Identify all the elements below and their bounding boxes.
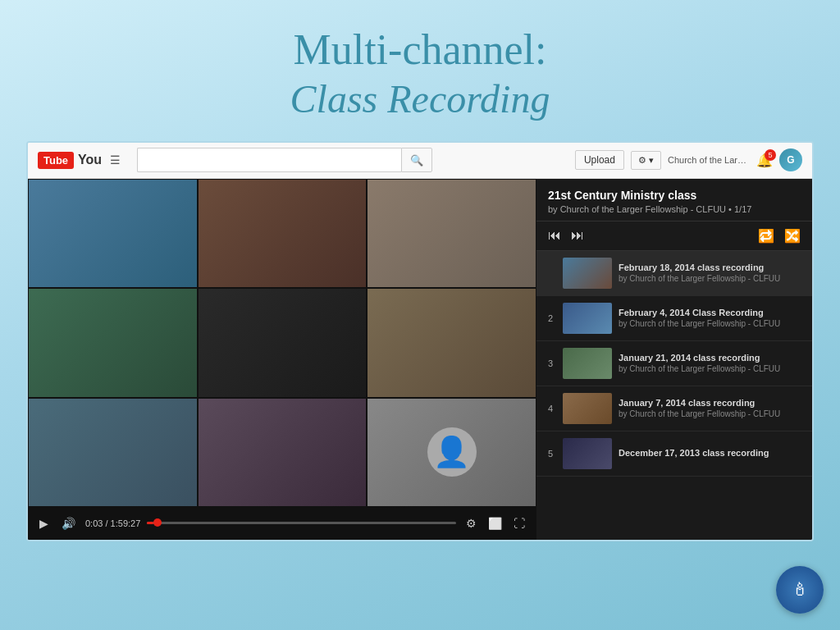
settings-ctrl-button[interactable]: ⚙ — [463, 515, 480, 532]
upload-button[interactable]: Upload — [575, 150, 624, 170]
progress-dot — [153, 518, 162, 527]
sub-title: Class Recording — [290, 75, 550, 123]
search-button[interactable]: 🔍 — [401, 148, 432, 172]
participant-7 — [28, 398, 198, 507]
search-bar: 🔍 — [137, 148, 432, 172]
volume-button[interactable]: 🔊 — [58, 515, 79, 532]
playlist-next-button[interactable]: ⏭ — [571, 228, 584, 243]
playlist-loop-button[interactable]: 🔁 — [758, 228, 774, 244]
settings-button[interactable]: ⚙ ▾ — [631, 151, 661, 170]
uu-logo-icon: 🕯 — [791, 579, 809, 600]
play-button[interactable]: ▶ — [36, 515, 52, 532]
main-title: Multi-channel: — [290, 25, 550, 75]
time-display: 0:03 / 1:59:27 — [85, 518, 140, 528]
item-num-4: 4 — [545, 404, 556, 413]
item-num-3: 3 — [545, 358, 556, 368]
play-indicator-icon: ▶ — [545, 267, 556, 278]
progress-fill — [147, 522, 153, 524]
avatar[interactable]: G — [779, 148, 802, 171]
progress-bar[interactable] — [147, 522, 456, 524]
item-thumbnail-4 — [563, 393, 612, 424]
notification-button[interactable]: 🔔 5 — [756, 153, 773, 168]
playlist-items: ▶ February 18, 2014 class recording by C… — [536, 251, 812, 540]
participant-4 — [28, 288, 198, 397]
item-channel-4: by Church of the Larger Fellowship - CLF… — [619, 409, 804, 418]
playlist-meta: by Church of the Larger Fellowship - CLF… — [548, 204, 801, 214]
search-input[interactable] — [137, 148, 401, 172]
playlist-item[interactable]: 5 December 17, 2013 class recording — [536, 431, 812, 477]
item-num-5: 5 — [545, 449, 556, 459]
playlist-controls: ⏮ ⏭ 🔁 🔀 — [536, 221, 812, 251]
playlist-item[interactable]: ▶ February 18, 2014 class recording by C… — [536, 251, 812, 296]
participant-2 — [198, 179, 368, 288]
item-info-2: February 4, 2014 Class Recording by Chur… — [619, 308, 804, 328]
main-content: 👤 ▶ 🔊 0:03 / 1:59:27 ⚙ ⬜ — [28, 179, 812, 540]
participant-9: 👤 — [367, 398, 536, 507]
participant-1 — [28, 179, 198, 288]
playlist-item[interactable]: 4 January 7, 2014 class recording by Chu… — [536, 386, 812, 431]
video-grid: 👤 — [28, 179, 536, 507]
participant-8 — [198, 398, 368, 507]
playlist-sidebar: 21st Century Ministry class by Church of… — [536, 179, 812, 540]
account-name: Church of the Larger Fellowsh... — [668, 155, 750, 165]
participant-6 — [367, 288, 536, 397]
video-controls: ▶ 🔊 0:03 / 1:59:27 ⚙ ⬜ ⛶ — [28, 507, 536, 540]
participant-3 — [367, 179, 536, 288]
current-time: 0:03 — [85, 518, 103, 528]
playlist-item[interactable]: 2 February 4, 2014 Class Recording by Ch… — [536, 296, 812, 341]
slide-title: Multi-channel: Class Recording — [290, 25, 550, 123]
item-title-3: January 21, 2014 class recording — [619, 353, 804, 363]
participant-5 — [198, 288, 368, 397]
item-num-2: 2 — [545, 313, 556, 323]
item-info-1: February 18, 2014 class recording by Chu… — [619, 262, 804, 283]
item-thumbnail-2 — [563, 303, 612, 334]
item-title-4: January 7, 2014 class recording — [619, 398, 804, 408]
item-thumbnail-5 — [563, 438, 612, 469]
item-info-4: January 7, 2014 class recording by Churc… — [619, 398, 804, 418]
playlist-item[interactable]: 3 January 21, 2014 class recording by Ch… — [536, 341, 812, 386]
menu-icon[interactable]: ☰ — [110, 153, 121, 167]
youtube-header: Tube You ☰ 🔍 Upload ⚙ ▾ Church of the La… — [28, 143, 812, 179]
playlist-header: 21st Century Ministry class by Church of… — [536, 179, 812, 221]
total-time: 1:59:27 — [111, 518, 141, 528]
item-title-2: February 4, 2014 Class Recording — [619, 308, 804, 317]
silhouette-icon: 👤 — [427, 427, 477, 477]
control-icons: ⚙ ⬜ ⛶ — [463, 515, 528, 532]
fullscreen-button[interactable]: ⛶ — [510, 515, 528, 532]
pip-button[interactable]: ⬜ — [485, 515, 505, 532]
youtube-logo-box: Tube — [38, 152, 74, 169]
item-channel-1: by Church of the Larger Fellowship - CLF… — [619, 274, 804, 283]
item-info-3: January 21, 2014 class recording by Chur… — [619, 353, 804, 373]
item-title-5: December 17, 2013 class recording — [619, 448, 804, 458]
browser-window: Tube You ☰ 🔍 Upload ⚙ ▾ Church of the La… — [26, 141, 814, 541]
notification-badge: 5 — [765, 149, 776, 161]
uu-logo-watermark: 🕯 — [776, 566, 824, 614]
header-right: Upload ⚙ ▾ Church of the Larger Fellowsh… — [575, 148, 802, 171]
playlist-title: 21st Century Ministry class — [548, 189, 801, 202]
item-thumbnail-3 — [563, 348, 612, 379]
item-title-1: February 18, 2014 class recording — [619, 262, 804, 272]
item-info-5: December 17, 2013 class recording — [619, 448, 804, 459]
item-channel-2: by Church of the Larger Fellowship - CLF… — [619, 319, 804, 328]
playlist-shuffle-button[interactable]: 🔀 — [784, 228, 801, 244]
youtube-logo-text: You — [78, 153, 102, 167]
item-thumbnail-1 — [563, 258, 612, 289]
playlist-prev-button[interactable]: ⏮ — [548, 228, 561, 243]
item-channel-3: by Church of the Larger Fellowship - CLF… — [619, 364, 804, 373]
youtube-logo: Tube You — [38, 152, 102, 169]
video-area: 👤 ▶ 🔊 0:03 / 1:59:27 ⚙ ⬜ — [28, 179, 536, 540]
